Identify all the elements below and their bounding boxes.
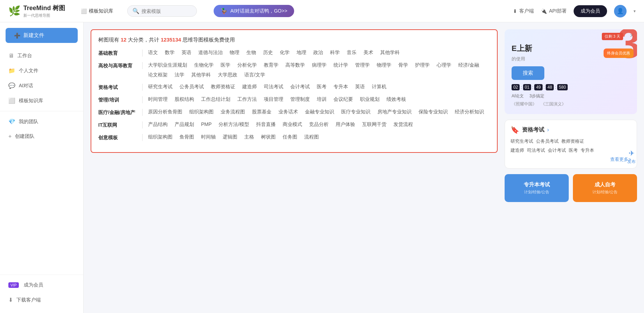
search-bar[interactable]: 🔍 bbox=[127, 5, 197, 17]
tag-accounting[interactable]: 会计考试 bbox=[290, 84, 310, 90]
tag-yinyue[interactable]: 音乐 bbox=[347, 50, 356, 56]
qual-tag-accounting2[interactable]: 会计考试 bbox=[548, 147, 566, 154]
tag-realestate-know[interactable]: 房地产专业知识 bbox=[377, 109, 412, 115]
tag-fishbone[interactable]: 原因分析鱼骨图 bbox=[148, 109, 182, 115]
tag-meishu[interactable]: 美术 bbox=[363, 50, 373, 56]
tag-other2[interactable]: 其他学科 bbox=[191, 72, 211, 78]
tag-pathology[interactable]: 病理学 bbox=[312, 62, 327, 68]
tag-douyin[interactable]: 抖音直播 bbox=[256, 121, 276, 128]
tag-wuli[interactable]: 物理 bbox=[230, 50, 239, 56]
tag-biz-model[interactable]: 商业模式 bbox=[283, 121, 302, 128]
tag-shengwu[interactable]: 生物 bbox=[246, 50, 256, 56]
tag-dili[interactable]: 地理 bbox=[297, 50, 306, 56]
tag-kpi[interactable]: 绩效考核 bbox=[386, 96, 406, 103]
tag-lishi[interactable]: 历史 bbox=[263, 50, 273, 56]
qual-tag-med2[interactable]: 医考 bbox=[569, 147, 578, 154]
tag-mgmt-system[interactable]: 管理制度 bbox=[290, 96, 310, 103]
qual-tag-judicial2[interactable]: 司法考试 bbox=[527, 147, 545, 154]
sidebar-item-download[interactable]: ⬇ 下载客户端 bbox=[0, 292, 83, 307]
tag-logic[interactable]: 逻辑图 bbox=[223, 134, 237, 140]
qual-more-link[interactable]: 查看更多> bbox=[511, 156, 631, 163]
tag-teacher-cert[interactable]: 教师资格证 bbox=[211, 84, 235, 90]
qual-arrow-icon[interactable]: › bbox=[547, 127, 549, 133]
sidebar-item-vip[interactable]: VIP 成为会员 bbox=[0, 278, 83, 292]
tag-builder[interactable]: 建造师 bbox=[242, 84, 257, 90]
promo-link2[interactable]: 3步搞定 bbox=[529, 93, 544, 99]
tag-training[interactable]: 培训 bbox=[317, 96, 327, 103]
tag-product-struct[interactable]: 产品结构 bbox=[148, 121, 168, 128]
qual-tag-builder2[interactable]: 建造师 bbox=[511, 147, 524, 154]
search-input[interactable] bbox=[141, 8, 194, 14]
tag-nursing[interactable]: 护理学 bbox=[415, 62, 430, 68]
tag-kexue[interactable]: 科学 bbox=[330, 50, 340, 56]
tag-delivery[interactable]: 发货流程 bbox=[393, 121, 413, 128]
tag-ux[interactable]: 用户体验 bbox=[336, 121, 355, 128]
promo-search-button[interactable]: 搜索 bbox=[512, 66, 544, 80]
tag-medical[interactable]: 医学 bbox=[221, 62, 230, 68]
tag-fishbone2[interactable]: 鱼骨图 bbox=[179, 134, 194, 140]
promo-link1[interactable]: AI论文 bbox=[512, 93, 524, 99]
tag-law[interactable]: 法学 bbox=[175, 72, 184, 78]
qual-tag-teacher[interactable]: 教师资格证 bbox=[561, 138, 584, 144]
tag-statistics[interactable]: 统计学 bbox=[334, 62, 348, 68]
tag-insurance[interactable]: 保险专业知识 bbox=[419, 109, 448, 115]
sidebar-item-ai-chat[interactable]: 💬 AI对话 bbox=[0, 78, 83, 93]
tag-other1[interactable]: 其他学科 bbox=[380, 50, 400, 56]
share-publish-area[interactable]: ✈ 发布 bbox=[627, 149, 636, 164]
tag-med-exam[interactable]: 医考 bbox=[317, 84, 327, 90]
tag-flow[interactable]: 流程图 bbox=[304, 134, 319, 140]
tag-time-mgmt[interactable]: 时间管理 bbox=[148, 96, 168, 103]
sidebar-item-template-lib[interactable]: ⬜ 模板知识库 bbox=[0, 93, 83, 108]
tag-grad-exam[interactable]: 研究生考试 bbox=[148, 84, 172, 90]
qual-tag-grad[interactable]: 研究生考试 bbox=[511, 138, 533, 144]
download-client-btn[interactable]: ⬇ 客户端 bbox=[513, 8, 534, 14]
tag-physics[interactable]: 物理学 bbox=[377, 62, 391, 68]
tag-pmp[interactable]: PMP bbox=[201, 121, 212, 128]
tag-huaxue[interactable]: 化学 bbox=[280, 50, 290, 56]
tag-civil-exam[interactable]: 公务员考试 bbox=[179, 84, 204, 90]
tag-judicial[interactable]: 司法考试 bbox=[264, 84, 283, 90]
tag-meeting[interactable]: 会议纪要 bbox=[334, 96, 353, 103]
sidebar-item-create-team[interactable]: + 创建团队 bbox=[0, 129, 83, 144]
qual-tag-upgrade2[interactable]: 专升本 bbox=[581, 147, 594, 154]
chevron-down-icon[interactable]: ▾ bbox=[634, 9, 636, 14]
tag-upgrade[interactable]: 专升本 bbox=[334, 84, 348, 90]
tag-project-mgmt[interactable]: 项目管理 bbox=[264, 96, 283, 103]
tag-zhengzhi[interactable]: 政治 bbox=[313, 50, 323, 56]
tag-stock[interactable]: 股票基金 bbox=[252, 109, 271, 115]
tag-management[interactable]: 管理学 bbox=[355, 62, 370, 68]
tag-workflow[interactable]: 业务流程图 bbox=[221, 109, 245, 115]
tag-biochem[interactable]: 生物化学 bbox=[194, 62, 214, 68]
api-dept-btn[interactable]: 🔌 API部署 bbox=[541, 8, 567, 14]
tag-econ-analysis[interactable]: 经济分析知识 bbox=[455, 109, 484, 115]
tag-org-chart[interactable]: 组织架构图 bbox=[189, 109, 214, 115]
tag-english[interactable]: 英语 bbox=[355, 84, 365, 90]
tag-analchem[interactable]: 分析化学 bbox=[237, 62, 257, 68]
upgrade-exam-card[interactable]: 专升本考试 计划/经验/公告 bbox=[505, 174, 569, 202]
become-vip-button[interactable]: 成为会员 bbox=[574, 5, 607, 17]
tag-psychology[interactable]: 心理学 bbox=[437, 62, 451, 68]
tag-internet-tips[interactable]: 互联网干货 bbox=[362, 121, 386, 128]
tag-thesis[interactable]: 论文框架 bbox=[148, 72, 168, 78]
tag-analysis-method[interactable]: 分析方法/模型 bbox=[219, 121, 249, 128]
tag-politics[interactable]: 大学思政 bbox=[218, 72, 237, 78]
tag-med-know[interactable]: 医疗专业知识 bbox=[341, 109, 370, 115]
sidebar-item-workbench[interactable]: 🖥 工作台 bbox=[0, 49, 83, 63]
tag-shuxue[interactable]: 数学 bbox=[165, 50, 175, 56]
ai-banner[interactable]: 🦆 AI对话就去对话鸭，GO>> bbox=[214, 5, 294, 17]
template-lib-nav[interactable]: ⬜ 模板知识库 bbox=[78, 7, 116, 16]
tag-bones[interactable]: 骨学 bbox=[398, 62, 408, 68]
tag-daode[interactable]: 道德与法治 bbox=[198, 50, 223, 56]
tag-product-plan[interactable]: 产品规划 bbox=[175, 121, 194, 128]
tag-timeline[interactable]: 时间轴 bbox=[201, 134, 216, 140]
tag-yuwen[interactable]: 语文 bbox=[148, 50, 158, 56]
tag-fin-know[interactable]: 金融专业知识 bbox=[305, 109, 334, 115]
tag-biz-talk[interactable]: 业务话术 bbox=[278, 109, 298, 115]
avatar[interactable]: 👤 bbox=[614, 5, 627, 17]
tag-theme[interactable]: 主格 bbox=[244, 134, 254, 140]
self-study-card[interactable]: 成人自考 计划/经验/公告 bbox=[573, 174, 637, 202]
tag-education[interactable]: 教育学 bbox=[264, 62, 278, 68]
tag-highmath[interactable]: 高等数学 bbox=[285, 62, 305, 68]
tag-equity[interactable]: 股权结构 bbox=[175, 96, 194, 103]
qual-tag-civil[interactable]: 公务员考试 bbox=[536, 138, 559, 144]
